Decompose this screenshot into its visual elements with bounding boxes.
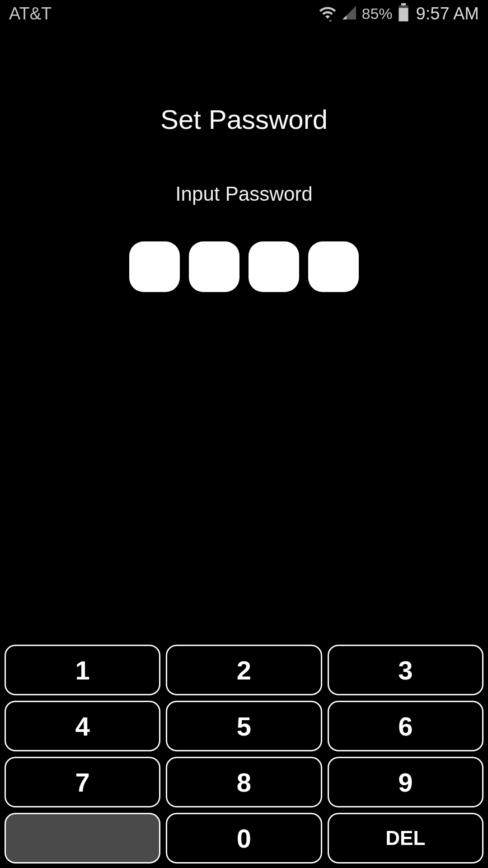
key-delete[interactable]: DEL — [328, 813, 483, 863]
numeric-keypad: 1 2 3 4 5 6 7 8 9 0 DEL — [5, 645, 483, 863]
key-4[interactable]: 4 — [5, 701, 160, 751]
battery-icon — [397, 3, 410, 24]
pin-dot-2 — [189, 241, 239, 292]
key-blank — [5, 813, 160, 863]
status-bar: AT&T 85% 9:57 AM — [0, 0, 488, 27]
key-6[interactable]: 6 — [328, 701, 483, 751]
instruction-label: Input Password — [175, 183, 312, 205]
key-9[interactable]: 9 — [328, 757, 483, 807]
svg-rect-0 — [401, 3, 406, 5]
key-3[interactable]: 3 — [328, 645, 483, 695]
key-8[interactable]: 8 — [166, 757, 322, 807]
clock: 9:57 AM — [416, 4, 479, 24]
battery-percent: 85% — [362, 5, 393, 23]
carrier-label: AT&T — [9, 4, 52, 24]
wifi-icon — [319, 4, 337, 24]
svg-rect-2 — [399, 8, 408, 22]
pin-dot-4 — [308, 241, 359, 292]
key-0[interactable]: 0 — [166, 813, 322, 863]
key-5[interactable]: 5 — [166, 701, 322, 751]
pin-indicator — [129, 241, 359, 292]
key-7[interactable]: 7 — [5, 757, 160, 807]
signal-icon — [341, 5, 357, 23]
main-content: Set Password Input Password — [0, 27, 488, 292]
pin-dot-1 — [129, 241, 180, 292]
key-2[interactable]: 2 — [166, 645, 322, 695]
key-1[interactable]: 1 — [5, 645, 160, 695]
pin-dot-3 — [249, 241, 299, 292]
status-right: 85% 9:57 AM — [319, 3, 479, 24]
page-title: Set Password — [160, 104, 328, 135]
